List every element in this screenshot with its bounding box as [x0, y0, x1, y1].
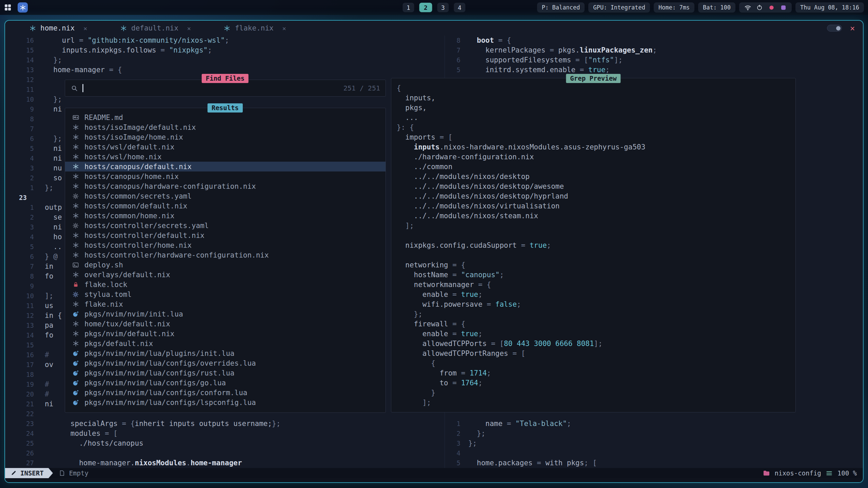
finder-result-item[interactable]: hosts/wsl/default.nix	[65, 142, 386, 152]
finder-result-item[interactable]: hosts/common/home.nix	[65, 211, 386, 221]
file-name: pkgs/nvim/nvim/lua/plugins/init.lua	[84, 349, 235, 358]
finder-result-item[interactable]: pkgs/nvim/nvim/lua/configs/overrides.lua	[65, 358, 386, 368]
tab-close-icon[interactable]: ✕	[282, 25, 286, 32]
code-text: ./hosts/canopus	[45, 439, 143, 448]
snowflake-icon	[19, 4, 26, 11]
file-name: hosts/canopus/home.nix	[84, 172, 179, 181]
system-tray[interactable]	[739, 2, 792, 13]
nix-icon	[72, 321, 79, 327]
preview-line: inputs.nixos-hardware.nixosModules.asus-…	[397, 142, 795, 152]
finder-result-item[interactable]: pkgs/nvim/nvim/init.lua	[65, 309, 386, 319]
finder-result-item[interactable]: hosts/common/secrets.yaml	[65, 191, 386, 201]
code-text: #	[45, 389, 49, 399]
workspace-button-1[interactable]: 1	[403, 3, 414, 12]
code-text: #	[45, 350, 49, 360]
finder-result-item[interactable]: hosts/canopus/home.nix	[65, 171, 386, 181]
editor-area[interactable]: 16 url = "github:nix-community/nixos-wsl…	[5, 36, 863, 468]
file-name: home/tux/default.nix	[84, 320, 170, 328]
code-text: ..	[45, 242, 62, 252]
right-editor-pane-top[interactable]: 8 boot = {7 kernelPackages = pkgs.linuxP…	[445, 36, 863, 75]
finder-result-item[interactable]: deploy.sh	[65, 260, 386, 270]
preview-line: ../../modules/nixos/desktop/awesome	[397, 182, 795, 191]
finder-result-item[interactable]: pkgs/default.nix	[65, 339, 386, 348]
right-pane-line: 3};	[445, 439, 863, 448]
code-text: ];	[45, 291, 53, 301]
apps-grid-icon[interactable]	[4, 4, 12, 11]
line-number: 4	[5, 232, 45, 242]
code-text: inputs,	[397, 93, 435, 103]
finder-result-item[interactable]: home/tux/default.nix	[65, 319, 386, 329]
code-text: };	[468, 429, 486, 439]
left-pane-line: 16 url = "github:nix-community/nixos-wsl…	[5, 36, 445, 45]
code-text: ho	[45, 232, 62, 242]
workspace-button-4[interactable]: 4	[454, 3, 466, 12]
code-text: ../../modules/nixos/desktop/awesome	[397, 182, 564, 191]
line-number: 24	[5, 429, 45, 439]
clock: Thu Aug 08, 18:16	[795, 2, 864, 13]
finder-result-item[interactable]: hosts/controller/default.nix	[65, 230, 386, 240]
window-close-button[interactable]: ✕	[850, 24, 855, 32]
shell-icon	[72, 262, 79, 268]
right-editor-pane-bottom[interactable]: 1 name = "Tela-black";2 };3};45 home.pac…	[445, 409, 863, 468]
pencil-icon	[10, 470, 17, 476]
finder-result-item[interactable]: overlays/default.nix	[65, 270, 386, 280]
tab-home.nix[interactable]: home.nix✕	[29, 24, 87, 32]
window-toggle[interactable]	[827, 25, 842, 32]
preview-line: ../../modules/nixos/steam.nix	[397, 211, 795, 221]
file-name: pkgs/nvim/nvim/lua/configs/rust.lua	[84, 369, 235, 377]
finder-result-item[interactable]: hosts/canopus/hardware-configuration.nix	[65, 181, 386, 191]
finder-result-item[interactable]: README.md	[65, 113, 386, 122]
left-pane-line: 26	[5, 448, 445, 458]
nix-icon	[72, 232, 79, 239]
finder-result-item[interactable]: hosts/canopus/default.nix	[65, 162, 386, 171]
finder-title: Find Files	[202, 74, 249, 83]
right-pane-line: 2 };	[445, 429, 863, 439]
line-number: 6	[5, 134, 45, 144]
lua-icon	[72, 390, 79, 396]
tab-nix-icon	[223, 25, 231, 32]
line-number: 23	[5, 419, 45, 429]
tab-flake.nix[interactable]: flake.nix✕	[223, 24, 286, 32]
tab-close-icon[interactable]: ✕	[187, 25, 191, 32]
lua-icon	[72, 311, 79, 317]
code-text: nu	[45, 163, 62, 173]
finder-result-item[interactable]: pkgs/nvim/default.nix	[65, 329, 386, 339]
code-text: supportedFilesystems = ["ntfs"];	[468, 55, 623, 65]
finder-result-item[interactable]: hosts/isoImage/home.nix	[65, 132, 386, 142]
finder-result-item[interactable]: hosts/controller/home.nix	[65, 240, 386, 250]
line-number: 12	[5, 75, 45, 85]
finder-result-item[interactable]: flake.nix	[65, 299, 386, 309]
finder-result-item[interactable]: pkgs/nvim/nvim/lua/configs/rust.lua	[65, 368, 386, 378]
finder-result-item[interactable]: pkgs/nvim/nvim/lua/configs/go.lua	[65, 378, 386, 388]
finder-result-item[interactable]: pkgs/nvim/nvim/lua/plugins/init.lua	[65, 348, 386, 358]
code-text: initrd.systemd.enable = true;	[468, 65, 610, 75]
code-text: ../../modules/nixos/desktop	[397, 172, 530, 182]
finder-result-item[interactable]: hosts/isoImage/default.nix	[65, 122, 386, 132]
finder-result-item[interactable]: pkgs/nvim/nvim/lua/configs/lspconfig.lua	[65, 398, 386, 407]
toml-icon	[72, 291, 79, 298]
left-pane-line: 24 modules = [	[5, 429, 445, 439]
left-pane-line: 27 home-manager.nixosModules.home-manage…	[5, 458, 445, 468]
bar-module: GPU: Integrated	[588, 2, 650, 13]
finder-result-item[interactable]: stylua.toml	[65, 289, 386, 299]
code-text: fo	[45, 330, 53, 340]
finder-result-item[interactable]: hosts/wsl/home.nix	[65, 152, 386, 162]
workspace-button-2[interactable]: 2	[419, 3, 432, 12]
tab-default.nix[interactable]: default.nix✕	[120, 24, 191, 32]
line-number: 14	[5, 330, 45, 340]
finder-result-item[interactable]: flake.lock	[65, 280, 386, 289]
code-text: imports = [	[397, 133, 452, 142]
finder-result-item[interactable]: hosts/controller/secrets.yaml	[65, 221, 386, 230]
nix-logo-icon[interactable]	[18, 2, 28, 13]
file-name: README.md	[84, 114, 123, 122]
workspace-button-3[interactable]: 3	[437, 3, 449, 12]
command-line[interactable]	[5, 478, 863, 482]
finder-result-item[interactable]: hosts/common/default.nix	[65, 201, 386, 211]
line-number: 3	[445, 439, 468, 448]
finder-result-item[interactable]: pkgs/nvim/nvim/lua/configs/conform.lua	[65, 388, 386, 398]
finder-results[interactable]: README.mdhosts/isoImage/default.nixhosts…	[65, 108, 386, 413]
finder-result-item[interactable]: hosts/controller/hardware-configuration.…	[65, 250, 386, 260]
bar-module: Bat: 100	[698, 2, 735, 13]
tab-close-icon[interactable]: ✕	[83, 25, 87, 32]
code-text: ni	[45, 104, 62, 114]
